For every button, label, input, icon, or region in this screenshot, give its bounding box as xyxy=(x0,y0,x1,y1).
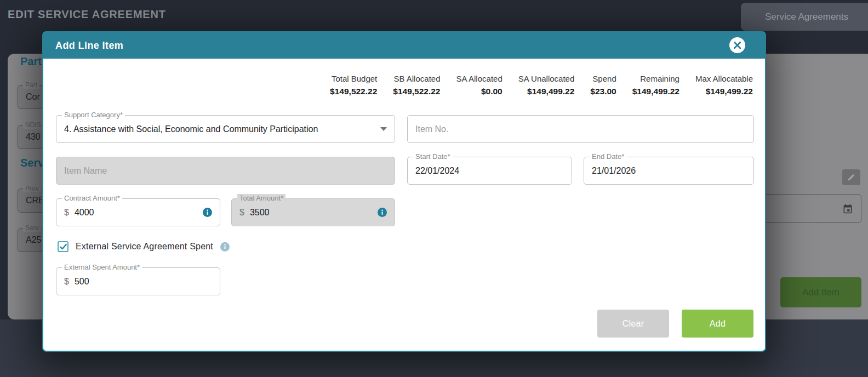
total-amount-label: Total Amount* xyxy=(237,194,285,202)
add-item-label: Add Item xyxy=(802,287,840,298)
modal-title: Add Line Item xyxy=(55,40,123,52)
external-spent-amount-label: External Spent Amount* xyxy=(62,263,142,271)
close-button[interactable] xyxy=(729,37,745,53)
budget-summary: Total Budget $149,522.22 SB Allocated $1… xyxy=(330,74,753,96)
modal-header: Add Line Item xyxy=(43,32,765,59)
provider-field-label: Prov xyxy=(23,185,41,192)
external-spent-checkbox-label: External Service Agreement Spent xyxy=(76,242,213,252)
contract-amount-input[interactable] xyxy=(75,208,203,218)
summary-sa-allocated: SA Allocated $0.00 xyxy=(456,74,502,96)
dollar-prefix: $ xyxy=(64,208,69,218)
item-name-input xyxy=(64,166,387,176)
participant-section-heading: Part xyxy=(20,55,42,68)
external-spent-amount-input[interactable] xyxy=(75,277,212,287)
clear-button-label: Clear xyxy=(623,319,644,329)
info-icon[interactable] xyxy=(203,208,212,217)
calendar-icon xyxy=(842,203,853,214)
support-category-value: 4. Assistance with Social, Economic and … xyxy=(64,124,318,134)
start-date-label: Start Date* xyxy=(413,152,453,161)
participant-field-label: Part xyxy=(23,81,39,89)
clear-button[interactable]: Clear xyxy=(597,310,669,338)
summary-sa-unallocated: SA Unallocated $149,499.22 xyxy=(518,74,575,96)
start-date-input[interactable] xyxy=(415,166,564,176)
ndis-field-label: NDIS xyxy=(23,121,43,129)
end-date-label: End Date* xyxy=(590,152,626,161)
add-button[interactable]: Add xyxy=(682,310,753,338)
service-field-label: Serv xyxy=(23,224,41,232)
summary-remaining: Remaining $149,499.22 xyxy=(632,74,679,96)
contract-amount-field[interactable]: Contract Amount* $ xyxy=(56,198,220,226)
service-section-heading: Serv xyxy=(20,157,44,169)
info-icon[interactable] xyxy=(378,208,387,217)
dollar-prefix: $ xyxy=(239,208,244,218)
support-category-select[interactable]: Support Category* 4. Assistance with Soc… xyxy=(56,115,395,143)
end-date-input[interactable] xyxy=(592,166,746,176)
provider-field-value: CRE xyxy=(26,196,44,205)
page-title: EDIT SERVICE AGREEMENT xyxy=(8,8,166,21)
dollar-prefix: $ xyxy=(64,277,69,287)
summary-total-budget: Total Budget $149,522.22 xyxy=(330,74,377,96)
end-date-field[interactable]: End Date* xyxy=(584,157,754,185)
summary-spend: Spend $23.00 xyxy=(590,74,616,96)
add-button-label: Add xyxy=(710,319,726,329)
chevron-down-icon xyxy=(380,127,387,131)
start-date-field[interactable]: Start Date* xyxy=(407,157,572,185)
service-agreements-button[interactable]: Service Agreements xyxy=(741,3,868,31)
edit-service-agreement-page: EDIT SERVICE AGREEMENT Service Agreement… xyxy=(0,0,868,377)
summary-max-allocatable: Max Allocatable $149,499.22 xyxy=(695,74,753,96)
summary-sb-allocated: SB Allocated $149,522.22 xyxy=(393,74,440,96)
add-line-item-modal: Add Line Item Total Budget $149,522.22 S… xyxy=(42,31,766,352)
pencil-icon xyxy=(847,173,855,181)
external-spent-checkbox[interactable] xyxy=(58,241,68,252)
item-no-input[interactable] xyxy=(415,124,746,134)
checkmark-icon xyxy=(60,243,67,250)
edit-button[interactable] xyxy=(842,169,860,185)
external-spent-checkbox-row: External Service Agreement Spent xyxy=(58,241,230,252)
info-icon-muted[interactable] xyxy=(220,242,230,252)
service-agreements-label: Service Agreements xyxy=(765,12,848,22)
total-amount-input xyxy=(250,208,378,218)
total-amount-field: Total Amount* $ xyxy=(231,198,395,226)
participant-field-value: Cor xyxy=(26,92,40,102)
service-field-value: A25 xyxy=(26,235,41,245)
item-name-field xyxy=(56,157,395,185)
item-no-field[interactable] xyxy=(407,115,754,143)
add-item-button[interactable]: Add Item xyxy=(780,277,861,307)
external-spent-amount-field[interactable]: External Spent Amount* $ xyxy=(56,267,220,295)
close-icon xyxy=(734,42,741,49)
ndis-field-value: 430 xyxy=(26,132,41,142)
contract-amount-label: Contract Amount* xyxy=(62,194,122,202)
support-category-label: Support Category* xyxy=(62,111,125,119)
